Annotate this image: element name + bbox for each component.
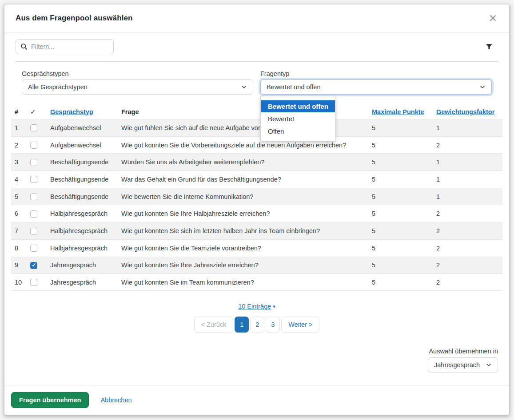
row-index: 9 [11, 262, 27, 269]
pagination-next-button[interactable]: Weiter > [281, 317, 319, 333]
filter-input[interactable] [31, 43, 114, 50]
row-index: 2 [11, 142, 27, 149]
table-row: 6HalbjahresgesprächWie gut konnten Sie I… [11, 205, 502, 222]
table-row: 8HalbjahresgesprächWie gut konnten Sie d… [11, 239, 502, 257]
pagination-prev-button[interactable]: < Zurück [194, 317, 234, 333]
row-weight: 2 [433, 262, 502, 269]
table-row: 10JahresgesprächWie gut konnten Sie im T… [11, 273, 502, 291]
row-conversation-type: Halbjahresgespräch [47, 210, 118, 217]
row-conversation-type: Beschäftigungsende [47, 158, 118, 166]
row-conversation-type: Aufgabenwechsel [47, 142, 118, 149]
row-conversation-type: Beschäftigungsende [47, 176, 118, 183]
row-weight: 1 [433, 193, 502, 200]
apply-in-value: Jahresgespräch [434, 361, 480, 368]
row-checkbox[interactable] [30, 245, 37, 252]
row-weight: 2 [433, 210, 502, 217]
pagination-page-1[interactable]: 1 [235, 317, 249, 333]
header-index[interactable]: # [11, 108, 27, 115]
row-checkbox-cell [27, 210, 47, 218]
row-weight: 1 [433, 176, 502, 183]
table-body: 1AufgabenwechselWie gut fühlen Sie sich … [11, 119, 502, 291]
row-checkbox[interactable] [30, 176, 37, 183]
row-weight: 2 [433, 279, 502, 286]
row-question: Wie gut konnten Sie sich im letzten halb… [118, 227, 368, 234]
pagination-page-2[interactable]: 2 [250, 317, 264, 333]
row-max-points: 5 [368, 210, 433, 217]
header-weight-sort[interactable]: Gewichtungsfaktor [436, 108, 494, 115]
row-conversation-type: Halbjahresgespräch [47, 245, 118, 252]
cancel-link[interactable]: Abbrechen [100, 396, 131, 404]
question-type-menu: Bewertet und offenBewertetOffen [260, 96, 335, 142]
row-question: War das Gehalt ein Grund für das Beschäf… [118, 176, 368, 183]
row-checkbox[interactable] [30, 159, 37, 166]
row-index: 8 [11, 245, 27, 252]
chevron-down-icon [486, 362, 492, 368]
entries-count-link[interactable]: 10 Einträge [238, 303, 271, 310]
close-icon[interactable]: ✕ [488, 12, 498, 24]
row-checkbox-cell [27, 227, 47, 234]
header-max-points-sort[interactable]: Maximale Punkte [372, 108, 424, 115]
dialog-footer: Fragen übernehmen Abbrechen [4, 385, 509, 415]
chevron-down-icon [241, 84, 247, 90]
row-max-points: 5 [368, 193, 433, 200]
pagination-page-3[interactable]: 3 [266, 317, 280, 333]
header-type-sort[interactable]: Gesprächstyp [50, 108, 93, 115]
entries-dropdown: 10 Einträge▾ [11, 303, 502, 310]
row-weight: 2 [433, 245, 502, 252]
question-type-option[interactable]: Bewertet [261, 113, 335, 125]
table-row: 2AufgabenwechselWie gut konnten Sie die … [11, 136, 502, 154]
question-type-value: Bewertet und offen [267, 83, 320, 91]
row-weight: 1 [433, 158, 502, 166]
row-conversation-type: Jahresgespräch [47, 262, 118, 269]
row-question: Wie bewerten Sie die interne Kommunikati… [118, 193, 368, 200]
question-type-select[interactable]: Bewertet und offen [260, 79, 492, 95]
row-checkbox-cell [27, 175, 47, 183]
row-index: 7 [11, 227, 27, 234]
row-checkbox-cell [27, 262, 47, 269]
conversation-types-select[interactable]: Alle Gesprächstypen [22, 79, 253, 95]
row-checkbox[interactable] [30, 124, 37, 131]
row-checkbox[interactable] [30, 210, 37, 218]
row-question: Wie gut konnten Sie Ihre Halbjahresziele… [118, 210, 368, 217]
row-checkbox-cell [27, 244, 47, 252]
row-checkbox[interactable] [30, 279, 37, 286]
row-index: 6 [11, 210, 27, 217]
row-max-points: 5 [368, 176, 433, 183]
question-type-option[interactable]: Offen [261, 125, 335, 137]
row-question: Wie gut konnten Sie Ihre Jahresziele err… [118, 262, 368, 269]
table-row: 4BeschäftigungsendeWar das Gehalt ein Gr… [11, 170, 502, 188]
apply-in-select[interactable]: Jahresgespräch [428, 357, 498, 372]
row-max-points: 5 [368, 227, 433, 234]
row-checkbox[interactable] [30, 262, 37, 269]
dialog-title: Aus dem Fragenpool auswählen [16, 14, 133, 23]
row-index: 1 [11, 124, 27, 131]
search-icon [20, 43, 28, 50]
check-icon: ✓ [27, 108, 47, 116]
conversation-types-value: Alle Gesprächstypen [28, 83, 88, 91]
chevron-down-icon [479, 84, 486, 90]
funnel-filter-icon[interactable] [486, 43, 493, 50]
conversation-types-label: Gesprächstypen [22, 70, 253, 77]
questions-table: # ✓ Gesprächstyp Frage Maximale Punkte G… [11, 104, 502, 291]
row-conversation-type: Aufgabenwechsel [47, 124, 118, 131]
row-checkbox[interactable] [30, 193, 37, 200]
row-max-points: 5 [368, 142, 433, 149]
pagination: < Zurück123Weiter > [11, 317, 502, 333]
row-index: 4 [11, 176, 27, 183]
apply-selection-section: Auswahl übernehmen in Jahresgespräch [11, 348, 502, 372]
row-conversation-type: Halbjahresgespräch [47, 227, 118, 234]
table-header-row: # ✓ Gesprächstyp Frage Maximale Punkte G… [11, 104, 502, 119]
caret-down-icon: ▾ [273, 304, 275, 309]
row-checkbox[interactable] [30, 142, 37, 149]
filter-toolbar [11, 39, 502, 54]
apply-questions-button[interactable]: Fragen übernehmen [11, 392, 89, 408]
row-question: Wie gut konnten Sie im Team kommuniziere… [118, 279, 368, 286]
dialog-body: Gesprächstypen Alle Gesprächstypen Frage… [4, 32, 509, 385]
table-row: 5BeschäftigungsendeWie bewerten Sie die … [11, 188, 502, 205]
table-row: 7HalbjahresgesprächWie gut konnten Sie s… [11, 222, 502, 239]
row-checkbox-cell [27, 158, 47, 166]
row-checkbox[interactable] [30, 228, 37, 235]
row-conversation-type: Beschäftigungsende [47, 193, 118, 200]
question-type-option[interactable]: Bewertet und offen [261, 100, 335, 112]
row-question: Wie gut konnten Sie die Vorbereitungszie… [118, 142, 368, 149]
